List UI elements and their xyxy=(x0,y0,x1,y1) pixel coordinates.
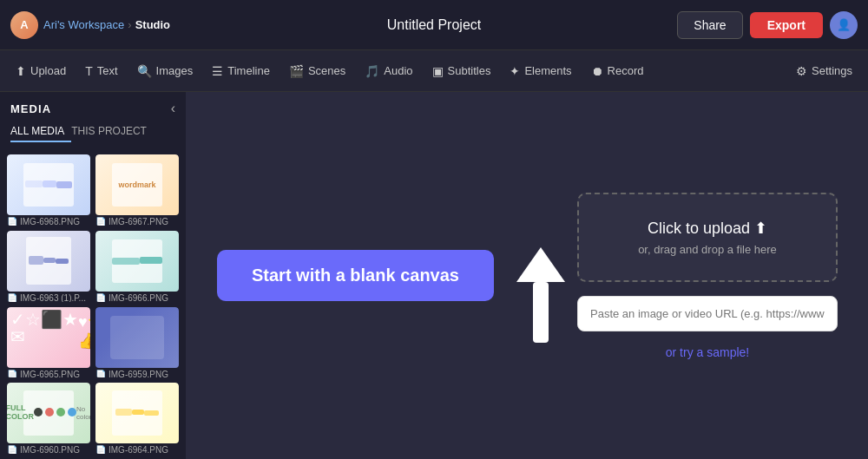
arrow-shaft xyxy=(533,282,549,343)
upload-click-text: Click to upload ⬆ xyxy=(622,219,792,238)
audio-label: Audio xyxy=(384,64,412,77)
export-button[interactable]: Export xyxy=(750,12,823,38)
file-icon: 📄 xyxy=(95,370,106,378)
sidebar-header: MEDIA ‹ xyxy=(0,92,186,121)
nav-left: A Ari's Workspace › Studio xyxy=(10,11,170,39)
sidebar-title: MEDIA xyxy=(10,102,51,115)
scenes-tool[interactable]: 🎬 Scenes xyxy=(280,59,354,83)
list-item[interactable]: wordmark 📄 IMG-6967.PNG xyxy=(95,154,179,226)
audio-tool[interactable]: 🎵 Audio xyxy=(356,59,421,83)
workspace-link[interactable]: Ari's Workspace xyxy=(43,18,124,31)
avatar: A xyxy=(10,11,38,39)
share-button[interactable]: Share xyxy=(677,11,742,39)
sidebar-tabs: ALL MEDIA THIS PROJECT xyxy=(0,121,186,149)
top-nav: A Ari's Workspace › Studio Untitled Proj… xyxy=(0,0,868,50)
upload-drag-text: or, drag and drop a file here xyxy=(622,243,792,256)
timeline-label: Timeline xyxy=(227,64,270,77)
elements-tool[interactable]: ✦ Elements xyxy=(501,59,580,83)
list-item[interactable]: 📄 IMG-6966.PNG xyxy=(95,231,179,302)
media-grid: 📄 IMG-6968.PNG wordmark 📄 IMG-6967.PNG xyxy=(0,149,186,459)
file-icon: 📄 xyxy=(95,445,106,454)
upload-arrow-icon: ⬆ xyxy=(754,220,767,237)
media-label: 📄 IMG-6960.PNG xyxy=(7,445,90,454)
list-item[interactable]: ✓☆⬛★✉ ♥⭐⚑👍 📄 IMG-6965.PNG xyxy=(7,307,90,378)
blank-canvas-button[interactable]: Start with a blank canvas xyxy=(217,250,494,301)
record-icon: ⏺ xyxy=(591,64,603,78)
settings-tool[interactable]: ⚙ Settings xyxy=(787,59,861,83)
list-item[interactable]: FULL COLOR No color 📄 IMG-6960.PNG xyxy=(7,383,90,454)
upload-tool[interactable]: ⬆ Upload xyxy=(7,59,75,83)
tab-all-media[interactable]: ALL MEDIA xyxy=(10,121,71,142)
upload-box[interactable]: Click to upload ⬆ or, drag and drop a fi… xyxy=(577,193,838,282)
gear-icon: ⚙ xyxy=(796,64,807,78)
record-tool[interactable]: ⏺ Record xyxy=(582,59,653,83)
arrow-head xyxy=(516,247,565,282)
sidebar: MEDIA ‹ ALL MEDIA THIS PROJECT 📄 IMG-69 xyxy=(0,92,187,459)
main-layout: MEDIA ‹ ALL MEDIA THIS PROJECT 📄 IMG-69 xyxy=(0,92,868,459)
record-label: Record xyxy=(608,64,644,77)
images-label: Images xyxy=(156,64,194,77)
text-label: Text xyxy=(97,64,118,77)
upload-label: Upload xyxy=(30,64,66,77)
collapse-button[interactable]: ‹ xyxy=(171,101,175,116)
media-label: 📄 IMG-6959.PNG xyxy=(95,370,179,378)
subtitles-icon: ▣ xyxy=(432,64,444,78)
scenes-icon: 🎬 xyxy=(289,64,304,78)
file-icon: 📄 xyxy=(7,293,17,302)
user-avatar[interactable]: 👤 xyxy=(830,11,858,39)
url-input[interactable] xyxy=(577,296,838,331)
subtitles-tool[interactable]: ▣ Subtitles xyxy=(424,59,500,83)
media-label: 📄 IMG-6967.PNG xyxy=(95,217,179,226)
toolbar: ⬆ Upload T Text 🔍 Images ☰ Timeline 🎬 Sc… xyxy=(0,50,868,92)
list-item[interactable]: 📄 IMG-6963 (1).P... xyxy=(7,231,90,302)
text-icon: T xyxy=(85,64,93,78)
list-item[interactable]: 📄 IMG-6968.PNG xyxy=(7,154,90,226)
media-label: 📄 IMG-6968.PNG xyxy=(7,217,90,226)
file-icon: 📄 xyxy=(7,217,17,226)
elements-label: Elements xyxy=(524,64,571,77)
media-label: 📄 IMG-6964.PNG xyxy=(95,445,179,454)
list-item[interactable]: 📄 IMG-6964.PNG xyxy=(95,383,179,454)
media-label: 📄 IMG-6965.PNG xyxy=(7,370,90,378)
nav-right: Share Export 👤 xyxy=(677,11,858,39)
file-icon: 📄 xyxy=(95,293,106,302)
tab-this-project[interactable]: THIS PROJECT xyxy=(71,121,154,142)
file-icon: 📄 xyxy=(7,445,17,454)
images-icon: 🔍 xyxy=(137,64,152,78)
text-tool[interactable]: T Text xyxy=(76,59,126,83)
arrow-indicator xyxy=(516,247,565,343)
timeline-icon: ☰ xyxy=(212,64,223,78)
list-item[interactable]: 📄 IMG-6959.PNG xyxy=(95,307,179,378)
images-tool[interactable]: 🔍 Images xyxy=(128,59,202,83)
file-icon: 📄 xyxy=(95,217,106,226)
project-title[interactable]: Untitled Project xyxy=(387,17,482,32)
scenes-label: Scenes xyxy=(308,64,345,77)
breadcrumb-sep: › xyxy=(128,18,131,31)
upload-icon: ⬆ xyxy=(16,64,26,78)
url-input-wrap xyxy=(577,296,838,331)
elements-icon: ✦ xyxy=(510,64,520,78)
settings-label: Settings xyxy=(812,64,852,77)
canvas-area: Start with a blank canvas or Click to up… xyxy=(187,92,868,459)
nav-center: Untitled Project xyxy=(387,17,482,33)
right-panel: Click to upload ⬆ or, drag and drop a fi… xyxy=(577,193,838,359)
breadcrumb: Ari's Workspace › Studio xyxy=(43,18,170,31)
studio-label: Studio xyxy=(135,18,170,31)
media-label: 📄 IMG-6963 (1).P... xyxy=(7,293,90,302)
file-icon: 📄 xyxy=(7,370,17,378)
subtitles-label: Subtitles xyxy=(448,64,491,77)
media-label: 📄 IMG-6966.PNG xyxy=(95,293,179,302)
timeline-tool[interactable]: ☰ Timeline xyxy=(203,59,279,83)
audio-icon: 🎵 xyxy=(365,64,379,78)
sample-link[interactable]: or try a sample! xyxy=(666,345,749,359)
